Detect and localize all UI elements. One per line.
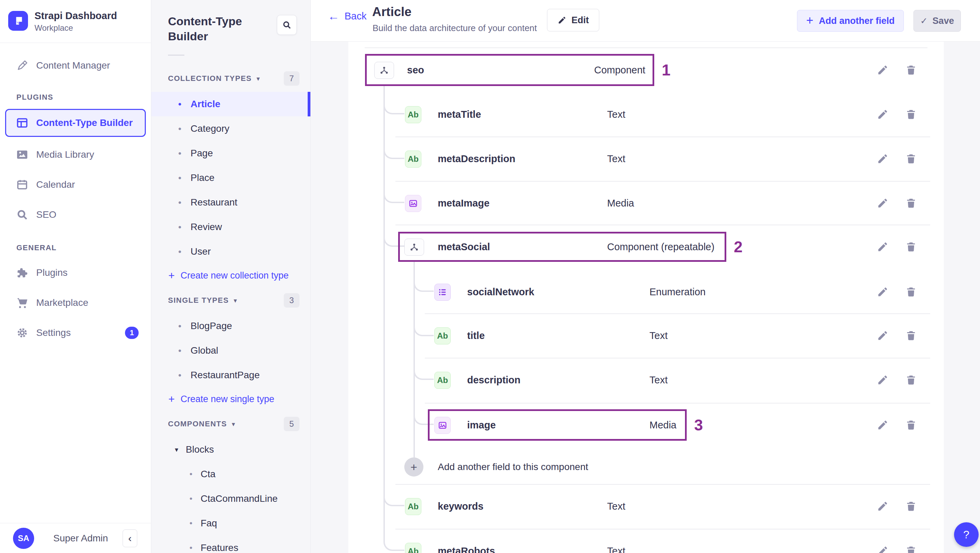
- add-field-to-component-label[interactable]: Add another field to this component: [438, 458, 588, 477]
- search-button[interactable]: [277, 15, 297, 35]
- edit-field-button[interactable]: [876, 418, 889, 432]
- field-type: Text: [607, 529, 625, 553]
- component-field-icon: [404, 238, 424, 256]
- field-type: Text: [649, 313, 668, 358]
- component-faq[interactable]: •Faq: [151, 511, 310, 536]
- single-type-blogpage[interactable]: •BlogPage: [151, 314, 310, 338]
- sidebar-item-settings[interactable]: Settings 1: [0, 321, 151, 345]
- sidebar-item-label: SEO: [36, 209, 56, 220]
- collection-type-category[interactable]: •Category: [151, 116, 310, 141]
- delete-field-button[interactable]: [904, 63, 918, 77]
- sidebar-item-content-manager[interactable]: Content Manager: [0, 53, 151, 78]
- sidebar-item-calendar[interactable]: Calendar: [0, 172, 151, 197]
- workspace-title: Strapi Dashboard: [35, 10, 117, 22]
- field-name: image: [467, 403, 496, 447]
- field-type: Text: [607, 92, 625, 137]
- chevron-down-icon: ▾: [256, 75, 260, 83]
- delete-field-button[interactable]: [904, 329, 918, 342]
- delete-field-button[interactable]: [904, 108, 918, 121]
- collection-type-page[interactable]: •Page: [151, 141, 310, 165]
- gear-icon: [16, 326, 29, 339]
- collection-type-article[interactable]: •Article: [151, 92, 310, 116]
- edit-field-button[interactable]: [876, 329, 889, 342]
- delete-field-button[interactable]: [904, 544, 918, 553]
- field-type: Media: [649, 403, 676, 447]
- layout-grid-icon: [16, 116, 29, 129]
- delete-field-button[interactable]: [904, 499, 918, 513]
- media-field-icon: [434, 417, 451, 434]
- field-name: metaTitle: [438, 92, 481, 137]
- edit-field-button[interactable]: [876, 373, 889, 387]
- avatar[interactable]: SA: [13, 528, 34, 549]
- component-group-blocks[interactable]: ▾Blocks: [151, 437, 310, 462]
- bullet-icon: •: [189, 518, 192, 528]
- sidebar-collapse-button[interactable]: ‹: [123, 529, 137, 547]
- field-row-description: Ab description Text: [348, 358, 944, 402]
- enumeration-field-icon: [434, 284, 451, 301]
- collection-type-user[interactable]: •User: [151, 239, 310, 264]
- collection-type-place[interactable]: •Place: [151, 165, 310, 190]
- delete-field-button[interactable]: [904, 196, 918, 210]
- edit-field-button[interactable]: [876, 196, 889, 210]
- sidebar-item-media-library[interactable]: Media Library: [0, 142, 151, 167]
- component-field-icon: [374, 62, 394, 79]
- edit-field-button[interactable]: [876, 544, 889, 553]
- text-field-icon: Ab: [434, 372, 451, 389]
- single-types-count: 3: [284, 293, 299, 308]
- plus-icon: +: [168, 393, 175, 405]
- field-row-metaimage: metaImage Media: [348, 181, 944, 225]
- save-button[interactable]: ✓ Save: [913, 10, 961, 32]
- add-another-field-button[interactable]: + Add another field: [797, 10, 904, 32]
- delete-field-button[interactable]: [904, 373, 918, 387]
- bullet-icon: •: [178, 321, 181, 332]
- delete-field-button[interactable]: [904, 418, 918, 432]
- help-button[interactable]: ?: [954, 522, 978, 547]
- magnifier-icon: [16, 208, 29, 221]
- component-ctacommandline[interactable]: •CtaCommandLine: [151, 486, 310, 511]
- field-name: metaSocial: [438, 225, 490, 269]
- bullet-icon: •: [178, 148, 181, 159]
- add-field-to-component-button[interactable]: +: [404, 458, 423, 477]
- create-collection-type-link[interactable]: +Create new collection type: [151, 264, 310, 287]
- edit-button[interactable]: Edit: [547, 9, 599, 32]
- sidebar-item-label: Content Manager: [36, 60, 110, 71]
- field-type: Text: [607, 137, 625, 181]
- edit-field-button[interactable]: [876, 285, 889, 299]
- puzzle-icon: [16, 266, 29, 279]
- delete-field-button[interactable]: [904, 240, 918, 254]
- delete-field-button[interactable]: [904, 152, 918, 165]
- collection-type-review[interactable]: •Review: [151, 215, 310, 239]
- text-field-icon: Ab: [405, 106, 422, 123]
- workspace-subtitle: Workplace: [35, 23, 73, 33]
- text-field-icon: Ab: [405, 543, 422, 553]
- edit-field-button[interactable]: [876, 240, 889, 254]
- sidebar-item-seo[interactable]: SEO: [0, 202, 151, 227]
- edit-field-button[interactable]: [876, 152, 889, 165]
- strapi-dashboard: Strapi Dashboard Workplace Content Manag…: [0, 0, 980, 553]
- single-type-restaurantpage[interactable]: •RestaurantPage: [151, 363, 310, 388]
- create-single-type-link[interactable]: +Create new single type: [151, 388, 310, 411]
- text-field-icon: Ab: [434, 327, 451, 345]
- single-types-header[interactable]: SINGLE TYPES ▾ 3: [151, 287, 310, 314]
- back-link[interactable]: ← Back: [328, 10, 366, 22]
- component-features[interactable]: •Features: [151, 536, 310, 553]
- sidebar-item-plugins[interactable]: Plugins: [0, 261, 151, 285]
- sidebar-item-content-type-builder[interactable]: Content-Type Builder: [5, 109, 146, 137]
- edit-field-button[interactable]: [876, 499, 889, 513]
- sidebar-item-label: Calendar: [36, 179, 75, 190]
- delete-field-button[interactable]: [904, 285, 918, 299]
- edit-field-button[interactable]: [876, 63, 889, 77]
- edit-field-button[interactable]: [876, 108, 889, 121]
- components-header[interactable]: COMPONENTS ▾ 5: [151, 411, 310, 437]
- component-cta[interactable]: •Cta: [151, 462, 310, 486]
- collection-types-header[interactable]: COLLECTION TYPES ▾ 7: [151, 65, 310, 92]
- pencil-icon: [558, 16, 566, 25]
- single-type-global[interactable]: •Global: [151, 338, 310, 363]
- field-type: Text: [607, 484, 625, 528]
- sidebar-item-marketplace[interactable]: Marketplace: [0, 291, 151, 315]
- text-field-icon: Ab: [405, 151, 422, 168]
- bullet-icon: •: [178, 222, 181, 232]
- collection-type-restaurant[interactable]: •Restaurant: [151, 190, 310, 215]
- sidebar-item-label: Plugins: [36, 267, 68, 278]
- field-row-metadescription: Ab metaDescription Text: [348, 137, 944, 181]
